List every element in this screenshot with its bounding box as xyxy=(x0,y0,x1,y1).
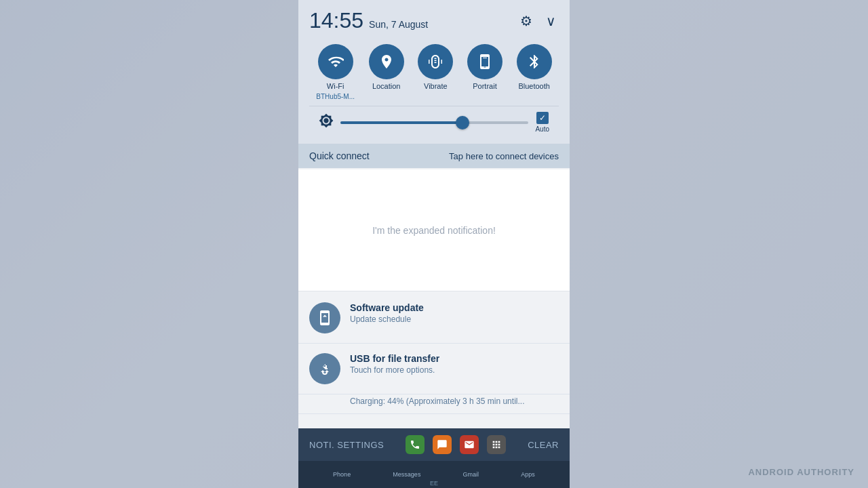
software-update-subtitle: Update schedule xyxy=(350,314,559,324)
date: Sun, 7 August xyxy=(369,19,428,30)
portrait-icon-circle xyxy=(467,44,502,79)
right-background xyxy=(570,0,868,488)
auto-checkbox-icon: ✓ xyxy=(536,112,549,124)
settings-icon[interactable]: ⚙ xyxy=(517,10,535,32)
header-icons: ⚙ ∨ xyxy=(517,10,559,32)
dock-label-apps: Apps xyxy=(521,471,535,478)
quick-connect-bar[interactable]: Quick connect Tap here to connect device… xyxy=(298,144,570,168)
carrier-label: EE xyxy=(430,480,438,487)
vibrate-icon-circle xyxy=(418,44,453,79)
noti-settings-button[interactable]: NOTI. SETTINGS xyxy=(309,440,384,450)
notification-software-update[interactable]: Software update Update schedule xyxy=(298,293,570,344)
apps-dock-label: Apps xyxy=(521,471,535,478)
shade-header: 14:55 Sun, 7 August ⚙ ∨ Wi-Fi BTHub5-M..… xyxy=(298,0,570,144)
auto-brightness-toggle[interactable]: ✓ Auto xyxy=(535,112,549,133)
expanded-notification-text: I'm the expanded notification! xyxy=(372,225,496,236)
wifi-icon-circle xyxy=(318,44,353,79)
quick-connect-action: Tap here to connect devices xyxy=(449,151,559,161)
toggle-location[interactable]: Location xyxy=(369,44,404,100)
usb-title: USB for file transfer xyxy=(350,353,559,364)
dock-label-messages: Messages xyxy=(393,471,420,478)
left-background xyxy=(0,0,298,488)
apps-icon xyxy=(487,435,506,454)
brightness-thumb xyxy=(456,116,469,129)
gmail-dock-label: Gmail xyxy=(463,471,479,478)
bluetooth-icon-circle xyxy=(517,44,552,79)
toggle-bluetooth[interactable]: Bluetooth xyxy=(517,44,552,100)
location-icon-circle xyxy=(369,44,404,79)
usb-subtitle: Touch for more options. xyxy=(350,365,559,375)
messages-dock-label: Messages xyxy=(393,471,420,478)
dock-gmail[interactable] xyxy=(460,435,479,454)
dock-label-gmail: Gmail xyxy=(463,471,479,478)
location-label: Location xyxy=(372,82,401,90)
auto-label: Auto xyxy=(535,125,549,133)
gmail-icon xyxy=(460,435,479,454)
time-display: 14:55 Sun, 7 August xyxy=(309,8,428,33)
chevron-down-icon[interactable]: ∨ xyxy=(543,10,559,32)
bluetooth-label: Bluetooth xyxy=(518,82,549,90)
clear-button[interactable]: CLEAR xyxy=(528,440,559,450)
software-update-content: Software update Update schedule xyxy=(350,302,559,324)
usb-content: USB for file transfer Touch for more opt… xyxy=(350,353,559,375)
toggle-portrait[interactable]: Portrait xyxy=(467,44,502,100)
software-update-icon xyxy=(309,302,340,333)
wifi-label: Wi-Fi xyxy=(327,82,344,90)
watermark: ANDROID AUTHORITY xyxy=(748,467,854,477)
wifi-sublabel: BTHub5-M... xyxy=(316,93,355,100)
dock-phone[interactable] xyxy=(406,435,425,454)
toggle-wifi[interactable]: Wi-Fi BTHub5-M... xyxy=(316,44,355,100)
bottom-dock: Phone Messages Gmail Apps EE xyxy=(298,461,570,488)
quick-toggles: Wi-Fi BTHub5-M... Location Vibrate xyxy=(309,39,559,106)
software-update-title: Software update xyxy=(350,302,559,313)
expanded-notification: I'm the expanded notification! xyxy=(298,169,570,291)
quick-connect-label: Quick connect xyxy=(309,150,370,161)
brightness-slider[interactable] xyxy=(340,121,528,124)
phone-icon xyxy=(406,435,425,454)
dock-label-phone: Phone xyxy=(333,471,351,478)
dock-apps[interactable] xyxy=(487,435,506,454)
time-row: 14:55 Sun, 7 August ⚙ ∨ xyxy=(309,8,559,33)
notification-usb[interactable]: USB for file transfer Touch for more opt… xyxy=(298,344,570,394)
portrait-label: Portrait xyxy=(473,82,496,90)
brightness-icon xyxy=(319,113,334,131)
notification-shade: 14:55 Sun, 7 August ⚙ ∨ Wi-Fi BTHub5-M..… xyxy=(298,0,570,488)
clock: 14:55 xyxy=(309,8,363,33)
bottom-action-bar: NOTI. SETTINGS xyxy=(298,428,570,461)
charging-notification: Charging: 44% (Approximately 3 h 35 min … xyxy=(298,394,570,414)
brightness-row: ✓ Auto xyxy=(309,106,559,138)
phone-dock-label: Phone xyxy=(333,471,351,478)
messages-icon xyxy=(433,435,452,454)
vibrate-label: Vibrate xyxy=(424,82,448,90)
toggle-vibrate[interactable]: Vibrate xyxy=(418,44,453,100)
brightness-track xyxy=(340,121,462,124)
usb-icon xyxy=(309,353,340,384)
dock-messages[interactable] xyxy=(433,435,452,454)
charging-text: Charging: 44% (Approximately 3 h 35 min … xyxy=(350,396,524,406)
svg-rect-0 xyxy=(483,58,487,58)
